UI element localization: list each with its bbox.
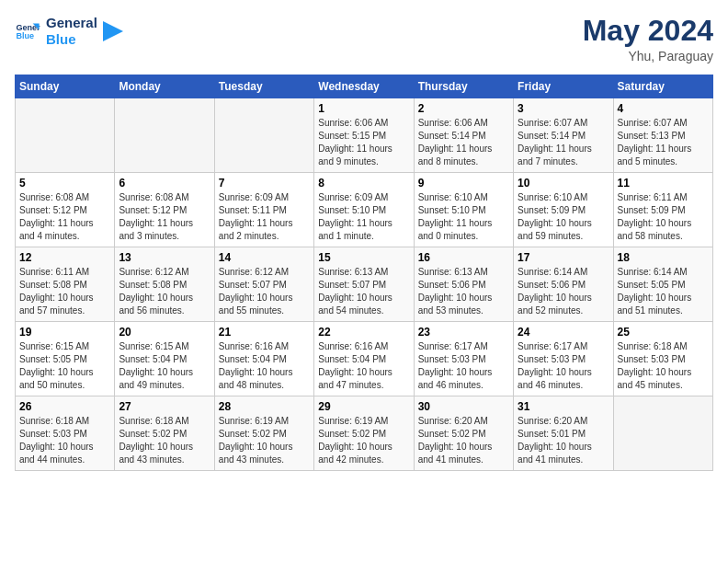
day-info: Sunrise: 6:18 AM Sunset: 5:03 PM Dayligh… <box>618 340 709 392</box>
calendar-cell: 24Sunrise: 6:17 AM Sunset: 5:03 PM Dayli… <box>514 322 613 396</box>
day-info: Sunrise: 6:13 AM Sunset: 5:07 PM Dayligh… <box>318 266 409 317</box>
calendar-cell: 21Sunrise: 6:16 AM Sunset: 5:04 PM Dayli… <box>214 322 313 396</box>
calendar-cell: 31Sunrise: 6:20 AM Sunset: 5:01 PM Dayli… <box>514 396 613 471</box>
day-info: Sunrise: 6:09 AM Sunset: 5:10 PM Dayligh… <box>318 191 409 243</box>
day-number: 14 <box>219 251 310 264</box>
day-info: Sunrise: 6:16 AM Sunset: 5:04 PM Dayligh… <box>219 340 310 392</box>
day-info: Sunrise: 6:07 AM Sunset: 5:14 PM Dayligh… <box>518 117 609 168</box>
svg-marker-3 <box>103 21 123 41</box>
calendar-cell: 27Sunrise: 6:18 AM Sunset: 5:02 PM Dayli… <box>115 396 214 471</box>
weekday-header-tuesday: Tuesday <box>214 75 313 98</box>
day-info: Sunrise: 6:20 AM Sunset: 5:01 PM Dayligh… <box>518 415 609 466</box>
weekday-header-saturday: Saturday <box>613 75 712 98</box>
calendar-cell: 5Sunrise: 6:08 AM Sunset: 5:12 PM Daylig… <box>16 173 115 247</box>
day-info: Sunrise: 6:17 AM Sunset: 5:03 PM Dayligh… <box>418 340 509 392</box>
day-info: Sunrise: 6:14 AM Sunset: 5:05 PM Dayligh… <box>618 266 709 317</box>
day-number: 16 <box>418 251 509 264</box>
calendar-cell: 10Sunrise: 6:10 AM Sunset: 5:09 PM Dayli… <box>514 173 613 247</box>
day-info: Sunrise: 6:10 AM Sunset: 5:09 PM Dayligh… <box>518 191 609 243</box>
day-number: 24 <box>518 326 609 339</box>
day-info: Sunrise: 6:12 AM Sunset: 5:07 PM Dayligh… <box>219 266 310 317</box>
day-number: 8 <box>318 177 409 190</box>
location: Yhu, Paraguay <box>583 49 713 63</box>
calendar-cell: 8Sunrise: 6:09 AM Sunset: 5:10 PM Daylig… <box>314 173 414 247</box>
calendar-cell: 20Sunrise: 6:15 AM Sunset: 5:04 PM Dayli… <box>115 322 214 396</box>
day-number: 26 <box>19 400 110 413</box>
calendar-cell: 22Sunrise: 6:16 AM Sunset: 5:04 PM Dayli… <box>314 322 414 396</box>
calendar-cell: 4Sunrise: 6:07 AM Sunset: 5:13 PM Daylig… <box>613 98 712 173</box>
calendar-cell: 3Sunrise: 6:07 AM Sunset: 5:14 PM Daylig… <box>514 98 613 173</box>
weekday-header-wednesday: Wednesday <box>314 75 414 98</box>
calendar-cell: 18Sunrise: 6:14 AM Sunset: 5:05 PM Dayli… <box>613 247 712 322</box>
day-number: 9 <box>418 177 509 190</box>
day-info: Sunrise: 6:06 AM Sunset: 5:14 PM Dayligh… <box>418 117 509 168</box>
calendar-week-row: 1Sunrise: 6:06 AM Sunset: 5:15 PM Daylig… <box>16 98 713 173</box>
calendar-cell: 11Sunrise: 6:11 AM Sunset: 5:09 PM Dayli… <box>613 173 712 247</box>
calendar-cell: 29Sunrise: 6:19 AM Sunset: 5:02 PM Dayli… <box>314 396 414 471</box>
day-number: 3 <box>518 102 609 115</box>
logo-general: General <box>46 15 97 31</box>
calendar-cell: 19Sunrise: 6:15 AM Sunset: 5:05 PM Dayli… <box>16 322 115 396</box>
weekday-header-sunday: Sunday <box>16 75 115 98</box>
day-number: 29 <box>318 400 409 413</box>
day-number: 17 <box>518 251 609 264</box>
calendar-cell: 12Sunrise: 6:11 AM Sunset: 5:08 PM Dayli… <box>16 247 115 322</box>
day-info: Sunrise: 6:11 AM Sunset: 5:09 PM Dayligh… <box>618 191 709 243</box>
calendar-week-row: 5Sunrise: 6:08 AM Sunset: 5:12 PM Daylig… <box>16 173 713 247</box>
logo-icon: General Blue <box>15 18 40 44</box>
logo-blue: Blue <box>46 31 97 48</box>
day-info: Sunrise: 6:20 AM Sunset: 5:02 PM Dayligh… <box>418 415 509 466</box>
day-number: 1 <box>318 102 409 115</box>
day-number: 11 <box>618 177 709 190</box>
day-number: 4 <box>618 102 709 115</box>
day-number: 7 <box>219 177 310 190</box>
day-number: 13 <box>119 251 210 264</box>
calendar-cell: 30Sunrise: 6:20 AM Sunset: 5:02 PM Dayli… <box>414 396 513 471</box>
day-number: 18 <box>618 251 709 264</box>
day-number: 30 <box>418 400 509 413</box>
calendar-cell: 6Sunrise: 6:08 AM Sunset: 5:12 PM Daylig… <box>115 173 214 247</box>
day-number: 5 <box>19 177 110 190</box>
day-number: 6 <box>119 177 210 190</box>
calendar-cell: 1Sunrise: 6:06 AM Sunset: 5:15 PM Daylig… <box>314 98 414 173</box>
day-number: 21 <box>219 326 310 339</box>
day-info: Sunrise: 6:12 AM Sunset: 5:08 PM Dayligh… <box>119 266 210 317</box>
day-info: Sunrise: 6:13 AM Sunset: 5:06 PM Dayligh… <box>418 266 509 317</box>
calendar-week-row: 19Sunrise: 6:15 AM Sunset: 5:05 PM Dayli… <box>16 322 713 396</box>
day-info: Sunrise: 6:08 AM Sunset: 5:12 PM Dayligh… <box>19 191 110 243</box>
calendar-cell: 7Sunrise: 6:09 AM Sunset: 5:11 PM Daylig… <box>214 173 313 247</box>
day-info: Sunrise: 6:09 AM Sunset: 5:11 PM Dayligh… <box>219 191 310 243</box>
day-number: 28 <box>219 400 310 413</box>
day-info: Sunrise: 6:18 AM Sunset: 5:03 PM Dayligh… <box>19 415 110 466</box>
day-number: 19 <box>19 326 110 339</box>
calendar-cell <box>613 396 712 471</box>
svg-text:Blue: Blue <box>16 31 34 40</box>
day-number: 20 <box>119 326 210 339</box>
day-number: 27 <box>119 400 210 413</box>
month-title: May 2024 <box>583 15 713 47</box>
day-number: 2 <box>418 102 509 115</box>
day-number: 31 <box>518 400 609 413</box>
day-number: 23 <box>418 326 509 339</box>
day-info: Sunrise: 6:06 AM Sunset: 5:15 PM Dayligh… <box>318 117 409 168</box>
logo: General Blue General Blue <box>15 15 123 48</box>
calendar-cell: 17Sunrise: 6:14 AM Sunset: 5:06 PM Dayli… <box>514 247 613 322</box>
calendar-cell: 9Sunrise: 6:10 AM Sunset: 5:10 PM Daylig… <box>414 173 513 247</box>
day-info: Sunrise: 6:19 AM Sunset: 5:02 PM Dayligh… <box>219 415 310 466</box>
calendar-cell <box>214 98 313 173</box>
day-info: Sunrise: 6:11 AM Sunset: 5:08 PM Dayligh… <box>19 266 110 317</box>
title-block: May 2024 Yhu, Paraguay <box>583 15 713 63</box>
calendar-cell: 26Sunrise: 6:18 AM Sunset: 5:03 PM Dayli… <box>16 396 115 471</box>
day-number: 25 <box>618 326 709 339</box>
weekday-header-thursday: Thursday <box>414 75 513 98</box>
day-info: Sunrise: 6:08 AM Sunset: 5:12 PM Dayligh… <box>119 191 210 243</box>
day-info: Sunrise: 6:14 AM Sunset: 5:06 PM Dayligh… <box>518 266 609 317</box>
calendar-body: 1Sunrise: 6:06 AM Sunset: 5:15 PM Daylig… <box>16 98 713 471</box>
calendar-cell <box>16 98 115 173</box>
calendar-week-row: 12Sunrise: 6:11 AM Sunset: 5:08 PM Dayli… <box>16 247 713 322</box>
weekday-header-monday: Monday <box>115 75 214 98</box>
day-number: 15 <box>318 251 409 264</box>
day-info: Sunrise: 6:18 AM Sunset: 5:02 PM Dayligh… <box>119 415 210 466</box>
calendar-cell: 25Sunrise: 6:18 AM Sunset: 5:03 PM Dayli… <box>613 322 712 396</box>
calendar-header: SundayMondayTuesdayWednesdayThursdayFrid… <box>16 75 713 98</box>
